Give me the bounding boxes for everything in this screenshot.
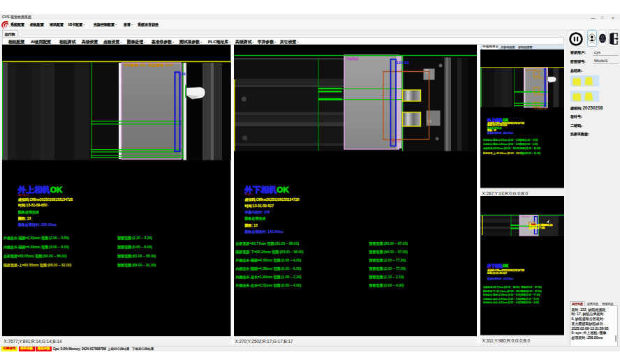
svg-text:预警(83.00 ~ 87.00): 预警(83.00 ~ 87.00) (521, 286, 541, 289)
svg-text:总极宽度=83.77mm 范围:(82.00 ~ 88.00: 总极宽度=83.77mm 范围:(82.00 ~ 88.00) (235, 241, 299, 245)
svg-text:时间:13-31-59-627: 时间:13-31-59-627 (487, 272, 507, 275)
svg-text:时间:13-31-59-627: 时间:13-31-59-627 (244, 203, 274, 208)
svg-text:预警(81.00 ~ 85.00): 预警(81.00 ~ 85.00) (520, 147, 540, 150)
svg-text:NG比:0: NG比:0 (244, 192, 253, 195)
svg-text:隔膜宽度-上=90.56mm (88.00 ~ 92.00): 隔膜宽度-上=90.56mm (88.00 ~ 92.00) (483, 152, 523, 155)
svg-text:时间:13-31-59-650: 时间:13-31-59-650 (18, 203, 47, 208)
svg-text:预警(94.00 ~ 97.00): 预警(94.00 ~ 97.00) (521, 290, 541, 293)
svg-text:预警范围:(81.00 ~ 85.00): 预警范围:(81.00 ~ 85.00) (117, 254, 156, 259)
svg-text:预警(0.60 ~ 4.00): 预警(0.60 ~ 4.00) (521, 301, 538, 304)
svg-text:40.03 Ang:0.00: 40.03 Ang:0.00 (534, 107, 547, 110)
svg-text:5.46: 5.46 (178, 72, 186, 76)
svg-text:NG阈值:93, 动态阈值:100: NG阈值:93, 动态阈值:100 (124, 63, 174, 68)
svg-text:外侧总长-总长=2.61mm 范围:(0.60 ~ 4.00: 外侧总长-总长=2.61mm 范围:(0.60 ~ 4.00) (235, 282, 301, 287)
svg-text:预警(2.20 ~ 3.20): 预警(2.20 ~ 3.20) (520, 139, 538, 142)
svg-text:总极宽度=83.77mm (82.00 ~ 88.00): 总极宽度=83.77mm (82.00 ~ 88.00) (482, 286, 519, 289)
svg-text:图像处理完成: 图像处理完成 (244, 216, 265, 221)
svg-text:图像处理耗时: 140.00ms: 图像处理耗时: 140.00ms (244, 229, 283, 234)
svg-text:预警范围:(94.00 ~ 97.00): 预警范围:(94.00 ~ 97.00) (369, 249, 408, 254)
svg-text:外侧总长-隔膜=2.91mm (2.00 ~ 3.50): 外侧总长-隔膜=2.91mm (2.00 ~ 3.50) (483, 138, 521, 142)
svg-text:图像处理耗时: 140.00ms: 图像处理耗时: 140.00ms (487, 277, 513, 280)
svg-text:虚拟码:Offline20250208133134728: 虚拟码:Offline20250208133134728 (18, 197, 73, 202)
svg-text:预警范围:(1.10 ~ 2.10): 预警范围:(1.10 ~ 2.10) (369, 274, 404, 279)
svg-text:预警(2.00 ~ 77.00): 预警(2.00 ~ 77.00) (521, 294, 540, 296)
svg-text:外侧总长-总长=2.61mm (0.60 ~ 4.00): 外侧总长-总长=2.61mm (0.60 ~ 4.00) (483, 301, 521, 304)
svg-text:预警(89.00 ~ 91.00): 预警(89.00 ~ 91.00) (520, 152, 540, 155)
svg-text:极宽83.77 OK: 极宽83.77 OK (529, 226, 545, 229)
svg-text:内侧总长-总长=1.90mm 范围:(1.00 ~ 2.20: 内侧总长-总长=1.90mm 范围:(1.00 ~ 2.20) (235, 274, 301, 279)
svg-text:曝光值:17: 曝光值:17 (18, 193, 29, 196)
svg-text:内侧总长-隔膜=4.60mm (3.00 ~ 6.00): 内侧总长-隔膜=4.60mm (3.00 ~ 6.00) (483, 143, 521, 146)
svg-text:内侧总长-隔膜=4.60mm 范围:(3.00 ~ 6.00: 内侧总长-隔膜=4.60mm 范围:(3.00 ~ 6.00) (3, 245, 69, 250)
svg-text:圈数: 13: 圈数: 13 (244, 223, 258, 227)
svg-text:图像处理完成: 图像处理完成 (18, 209, 39, 214)
svg-text:预警范围:(2.00 ~ 77.00): 预警范围:(2.00 ~ 77.00) (369, 266, 406, 271)
svg-text:外上相机OK: 外上相机OK (17, 185, 63, 194)
svg-text:预警范围:(83.00 ~ 87.00): 预警范围:(83.00 ~ 87.00) (369, 241, 408, 245)
svg-text:隔膜宽度-下=95.24mm 范围:(93.00 ~ 98.: 隔膜宽度-下=95.24mm 范围:(93.00 ~ 98.00) (235, 249, 304, 254)
svg-text:总极宽度=83.05mm 范围:(80.00 ~ 86.00: 总极宽度=83.05mm 范围:(80.00 ~ 86.00) (3, 254, 67, 259)
svg-text:123.88: 123.88 (396, 60, 409, 64)
svg-text:预警(0.00 ~ 6.00): 预警(0.00 ~ 6.00) (520, 143, 538, 146)
svg-text:预警范围:(2.00 ~ 77.00): 预警范围:(2.00 ~ 77.00) (369, 257, 406, 262)
svg-text:总极宽度=83.05mm (80.00 ~ 86.00): 总极宽度=83.05mm (80.00 ~ 86.00) (482, 147, 519, 150)
svg-text:预警(1.10 ~ 2.10): 预警(1.10 ~ 2.10) (521, 298, 538, 301)
svg-text:隔膜宽度-下=95.24mm (93.00 ~ 98.00): 隔膜宽度-下=95.24mm (93.00 ~ 98.00) (483, 290, 523, 293)
svg-text:AI检测框: AI检测框 (346, 56, 358, 60)
svg-text:外侧总长-隔膜=4.38mm (0.00 ~ 9.00): 外侧总长-隔膜=4.38mm (0.00 ~ 9.00) (483, 293, 521, 296)
svg-text:外侧总长-隔膜=2.91mm 范围:(2.00 ~ 3.50: 外侧总长-隔膜=2.91mm 范围:(2.00 ~ 3.50) (3, 236, 69, 241)
svg-text:预警范围:(0.60 ~ 4.00): 预警范围:(0.60 ~ 4.00) (369, 282, 404, 287)
svg-text:预警范围:(2.20 ~ 3.20): 预警范围:(2.20 ~ 3.20) (117, 236, 152, 241)
svg-text:AI检测框: AI检测框 (522, 215, 529, 218)
svg-text:内侧总长-总长=1.90mm (1.00 ~ 2.20): 内侧总长-总长=1.90mm (1.00 ~ 2.20) (483, 298, 521, 301)
svg-text:预警范围:(0.00 ~ 6.00): 预警范围:(0.00 ~ 6.00) (117, 245, 152, 250)
svg-text:隔膜宽度-上=90.56mm 范围:(88.00 ~ 92.: 隔膜宽度-上=90.56mm 范围:(88.00 ~ 92.00) (3, 263, 72, 268)
svg-text:2.98 2.17: 2.98 2.17 (390, 139, 401, 142)
svg-text:预警范围:(89.00 ~ 91.00): 预警范围:(89.00 ~ 91.00) (117, 263, 156, 268)
svg-text:外侧总长-隔膜=4.38mm 范围:(0.00 ~ 9.00: 外侧总长-隔膜=4.38mm 范围:(0.00 ~ 9.00) (235, 257, 301, 262)
svg-text:虚拟码:Offline20250208133134728: 虚拟码:Offline20250208133134728 (244, 197, 299, 202)
svg-text:图像处理耗时: 256.00ms: 图像处理耗时: 256.00ms (487, 131, 513, 135)
svg-text:内侧总长-隔膜=4.38mm 范围:(0.00 ~ 9.00: 内侧总长-隔膜=4.38mm 范围:(0.00 ~ 9.00) (235, 266, 301, 271)
svg-text:图像处理耗时: 256.00ms: 图像处理耗时: 256.00ms (18, 222, 57, 227)
svg-text:采图AI耗时: 168: 采图AI耗时: 168 (244, 209, 270, 214)
svg-text:圈数: 13: 圈数: 13 (18, 216, 31, 220)
